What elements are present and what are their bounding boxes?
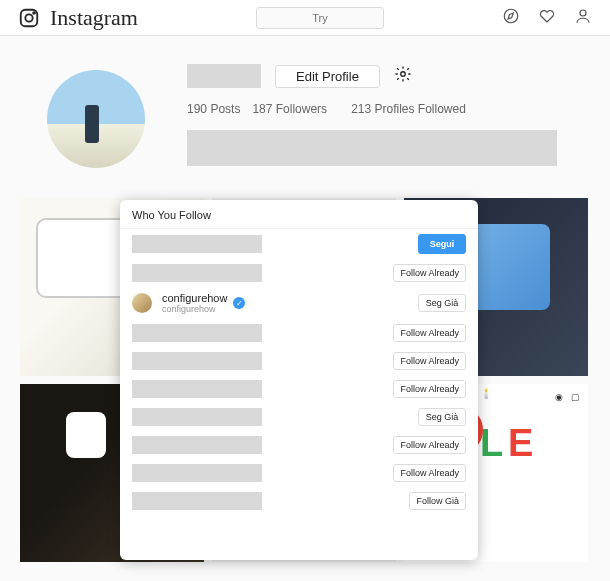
posts-stat[interactable]: 190 Posts — [187, 102, 240, 116]
followers-stat[interactable]: 187 Followers — [252, 102, 327, 116]
user-placeholder — [132, 380, 262, 398]
carousel-icon: ◉ — [552, 390, 566, 404]
search-container — [256, 7, 384, 29]
user-placeholder — [132, 464, 262, 482]
following-row: Seg Già — [120, 403, 478, 431]
profile-stats: 190 Posts 187 Followers 213 Profiles Fol… — [187, 102, 585, 116]
search-input[interactable] — [256, 7, 384, 29]
follow-button[interactable]: Follow Already — [393, 380, 466, 398]
follow-button[interactable]: Seg Già — [418, 294, 466, 312]
follow-button[interactable]: Follow Already — [393, 324, 466, 342]
heart-icon[interactable] — [538, 7, 556, 29]
verified-badge-icon: ✓ — [233, 297, 245, 309]
svg-point-1 — [25, 14, 32, 21]
profile-icon[interactable] — [574, 7, 592, 29]
svg-point-6 — [401, 72, 406, 77]
user-avatar[interactable] — [132, 293, 152, 313]
follow-button[interactable]: Segui — [418, 234, 466, 254]
following-row: configurehowconfigurehow✓Seg Già — [120, 287, 478, 319]
user-placeholder — [132, 235, 262, 253]
explore-icon[interactable] — [502, 7, 520, 29]
header-actions — [502, 7, 592, 29]
instagram-wordmark[interactable]: Instagram — [50, 5, 138, 31]
svg-point-3 — [504, 9, 518, 23]
following-row: Follow Already — [120, 431, 478, 459]
bio-placeholder — [187, 130, 557, 166]
profile-info: Edit Profile 190 Posts 187 Followers 213… — [187, 64, 585, 168]
carousel-icon: ▢ — [568, 390, 582, 404]
username-placeholder — [187, 64, 261, 88]
profile-header: Edit Profile 190 Posts 187 Followers 213… — [25, 64, 585, 168]
modal-title: Who You Follow — [120, 200, 478, 229]
user-placeholder — [132, 324, 262, 342]
follow-button[interactable]: Follow Already — [393, 264, 466, 282]
svg-point-2 — [33, 12, 35, 14]
avatar[interactable] — [47, 70, 145, 168]
following-row: Follow Già — [120, 487, 478, 515]
following-row: Follow Already — [120, 459, 478, 487]
instagram-camera-icon[interactable] — [18, 7, 40, 29]
gear-icon[interactable] — [394, 65, 412, 87]
user-placeholder — [132, 492, 262, 510]
follow-button[interactable]: Follow Already — [393, 464, 466, 482]
follow-button[interactable]: Seg Già — [418, 408, 466, 426]
following-row: Segui — [120, 229, 478, 259]
top-navbar: Instagram — [0, 0, 610, 36]
following-row: Follow Already — [120, 347, 478, 375]
svg-marker-4 — [508, 13, 513, 19]
following-stat[interactable]: 213 Profiles Followed — [351, 102, 466, 116]
following-row: Follow Already — [120, 259, 478, 287]
edit-profile-button[interactable]: Edit Profile — [275, 65, 380, 88]
user-placeholder — [132, 436, 262, 454]
follow-button[interactable]: Follow Already — [393, 436, 466, 454]
user-placeholder — [132, 408, 262, 426]
follow-button[interactable]: Follow Already — [393, 352, 466, 370]
following-row: Follow Already — [120, 319, 478, 347]
user-placeholder — [132, 264, 262, 282]
following-modal: Who You Follow SeguiFollow Alreadyconfig… — [120, 200, 478, 560]
user-info[interactable]: configurehowconfigurehow✓ — [162, 292, 245, 314]
follow-button[interactable]: Follow Già — [409, 492, 466, 510]
svg-point-5 — [580, 10, 586, 16]
user-placeholder — [132, 352, 262, 370]
following-row: Follow Already — [120, 375, 478, 403]
